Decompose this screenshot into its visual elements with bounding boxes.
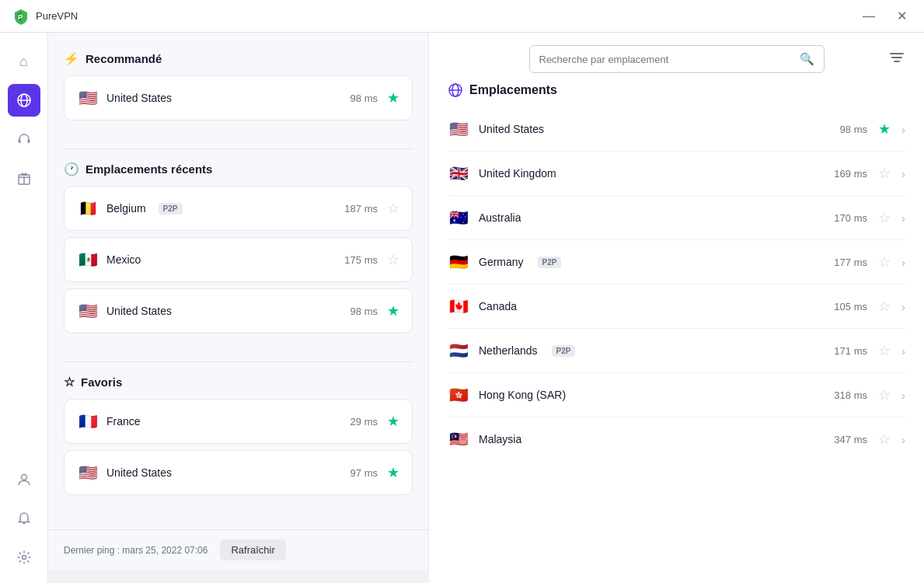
location-row-5[interactable]: 🇳🇱 Netherlands P2P 171 ms ☆ ›: [448, 329, 905, 373]
p2p-badge-germany: P2P: [538, 257, 562, 268]
bottom-bar: Dernier ping : mars 25, 2022 07:06 Rafra…: [48, 529, 429, 570]
recent-right-1: 175 ms ☆: [344, 251, 399, 268]
row-left-2: 🇦🇺 Australia: [448, 207, 521, 229]
favorite-star-0[interactable]: ★: [387, 413, 399, 430]
headset-nav-icon: [16, 131, 32, 147]
svg-point-9: [22, 556, 26, 560]
recent-flag-1: 🇲🇽: [77, 249, 99, 271]
left-panel: ⚡ Recommandé 🇺🇸 United States 98 ms ★: [48, 33, 429, 529]
row-star-4[interactable]: ☆: [878, 298, 891, 315]
recent-star-2[interactable]: ★: [387, 302, 399, 319]
favorite-card-0[interactable]: 🇫🇷 France 29 ms ★: [64, 399, 413, 444]
favorite-star-1[interactable]: ★: [387, 464, 399, 481]
favorite-flag-0: 🇫🇷: [77, 410, 99, 432]
sidebar-gift-btn[interactable]: [8, 162, 40, 194]
recommended-section: ⚡ Recommandé 🇺🇸 United States 98 ms ★: [64, 51, 413, 127]
row-chevron-6: ›: [901, 389, 905, 402]
row-right-4: 105 ms ☆ ›: [828, 298, 905, 315]
row-flag-1: 🇬🇧: [448, 162, 469, 184]
row-star-1[interactable]: ☆: [878, 165, 891, 182]
row-ping-6: 318 ms: [828, 389, 867, 401]
favorite-left-1: 🇺🇸 United States: [77, 462, 172, 484]
separator-2: [64, 361, 413, 362]
svg-rect-4: [18, 139, 20, 143]
svg-point-8: [21, 475, 26, 480]
recommended-flag: 🇺🇸: [77, 87, 99, 109]
location-row-4[interactable]: 🇨🇦 Canada 105 ms ☆ ›: [448, 285, 905, 329]
row-left-3: 🇩🇪 Germany P2P: [448, 251, 561, 273]
row-chevron-3: ›: [901, 256, 905, 269]
row-flag-4: 🇨🇦: [448, 295, 469, 317]
row-star-3[interactable]: ☆: [878, 253, 891, 271]
recommended-star[interactable]: ★: [387, 89, 399, 106]
row-country-3: Germany: [479, 256, 524, 268]
last-ping-text: Dernier ping : mars 25, 2022 07:06: [64, 545, 207, 556]
row-flag-2: 🇦🇺: [448, 207, 469, 229]
recent-country-1: Mexico: [106, 253, 141, 266]
row-star-0[interactable]: ★: [878, 120, 891, 138]
row-left-7: 🇲🇾 Malaysia: [448, 428, 521, 450]
clock-icon: 🕐: [64, 162, 79, 176]
row-chevron-0: ›: [901, 123, 905, 136]
recent-country-0: Belgium: [106, 202, 146, 215]
minimize-button[interactable]: —: [858, 8, 880, 25]
favorite-ping-0: 29 ms: [350, 416, 378, 428]
row-ping-5: 171 ms: [828, 345, 867, 357]
row-right-5: 171 ms ☆ ›: [828, 342, 905, 359]
search-icon: 🔍: [800, 52, 814, 66]
sidebar-bell-btn[interactable]: [8, 502, 40, 535]
filter-button[interactable]: [888, 49, 905, 70]
row-ping-1: 169 ms: [828, 168, 867, 180]
sidebar-settings-btn[interactable]: [8, 541, 40, 574]
recent-left-1: 🇲🇽 Mexico: [77, 249, 141, 271]
location-row-1[interactable]: 🇬🇧 United Kingdom 169 ms ☆ ›: [448, 152, 905, 196]
recent-card-2[interactable]: 🇺🇸 United States 98 ms ★: [64, 288, 413, 333]
recent-country-2: United States: [106, 305, 172, 317]
row-star-7[interactable]: ☆: [878, 431, 891, 448]
location-row-7[interactable]: 🇲🇾 Malaysia 347 ms ☆ ›: [448, 417, 905, 461]
separator-1: [64, 148, 413, 149]
gift-nav-icon: [16, 170, 32, 186]
row-star-2[interactable]: ☆: [878, 209, 891, 226]
p2p-badge-0: P2P: [159, 203, 183, 215]
row-right-3: 177 ms ☆ ›: [828, 253, 905, 271]
sidebar-globe-btn[interactable]: [8, 84, 40, 117]
location-row-0[interactable]: 🇺🇸 United States 98 ms ★ ›: [448, 107, 905, 152]
titlebar-controls: — ✕: [858, 7, 912, 25]
row-ping-4: 105 ms: [828, 301, 867, 312]
location-row-3[interactable]: 🇩🇪 Germany P2P 177 ms ☆ ›: [448, 240, 905, 285]
settings-nav-icon: [16, 550, 32, 565]
recent-star-1[interactable]: ☆: [387, 251, 399, 268]
location-row-2[interactable]: 🇦🇺 Australia 170 ms ☆ ›: [448, 196, 905, 240]
row-flag-5: 🇳🇱: [448, 340, 469, 361]
row-star-5[interactable]: ☆: [878, 342, 891, 359]
recent-ping-0: 187 ms: [344, 203, 378, 215]
sidebar-headset-btn[interactable]: [8, 123, 40, 155]
recommended-title: ⚡ Recommandé: [64, 51, 413, 66]
row-star-6[interactable]: ☆: [878, 386, 891, 403]
row-chevron-7: ›: [901, 433, 905, 446]
recommended-country: United States: [106, 92, 172, 104]
recommended-card[interactable]: 🇺🇸 United States 98 ms ★: [64, 75, 413, 120]
recent-star-0[interactable]: ☆: [387, 200, 399, 217]
row-country-5: Netherlands: [479, 344, 538, 357]
row-flag-7: 🇲🇾: [448, 428, 469, 450]
row-country-7: Malaysia: [479, 433, 521, 445]
close-button[interactable]: ✕: [892, 7, 912, 25]
row-ping-7: 347 ms: [828, 434, 867, 445]
location-row-6[interactable]: 🇭🇰 Hong Kong (SAR) 318 ms ☆ ›: [448, 373, 905, 417]
favorite-right-1: 97 ms ★: [350, 464, 399, 481]
favorite-card-1[interactable]: 🇺🇸 United States 97 ms ★: [64, 450, 413, 495]
sidebar-home-btn[interactable]: ⌂: [8, 45, 40, 78]
recent-card-1[interactable]: 🇲🇽 Mexico 175 ms ☆: [64, 237, 413, 282]
recents-section: 🕐 Emplacements récents 🇧🇪 Belgium P2P 18…: [64, 162, 413, 340]
row-right-7: 347 ms ☆ ›: [828, 431, 905, 448]
search-input[interactable]: [539, 54, 793, 65]
refresh-button[interactable]: Rafraîchir: [220, 539, 285, 560]
recommended-card-right: 98 ms ★: [350, 89, 399, 106]
recent-card-0[interactable]: 🇧🇪 Belgium P2P 187 ms ☆: [64, 186, 413, 231]
sidebar-user-btn[interactable]: [8, 463, 40, 496]
p2p-badge-nl: P2P: [552, 345, 576, 357]
row-right-0: 98 ms ★ ›: [828, 120, 905, 138]
row-right-2: 170 ms ☆ ›: [828, 209, 905, 226]
